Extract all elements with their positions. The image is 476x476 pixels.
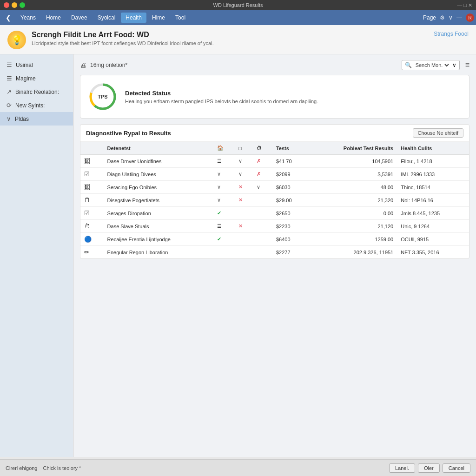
row-tests: $41 70 [272,155,308,168]
table-row: 🗒 Disegstive Pogertiatets ∨ ✕ $29.00 21,… [80,194,469,207]
menu-item-hime[interactable]: Hime [147,13,170,23]
sidebar-icon-pldas: ∨ [7,115,11,122]
row-health: Thinc, 18514 [397,181,469,194]
sidebar-item-binalrc[interactable]: ↗ Binalrc Reolation: [0,85,73,99]
sidebar-label-pldas: Pldas [15,116,29,122]
sidebar: ☰ Usimal ☰ Magime ↗ Binalrc Reolation: ⟳… [0,54,73,457]
row-c3 [253,233,272,246]
row-c2: ∨ [235,155,253,168]
row-c3: ✗ [253,155,272,168]
row-tests: $29.00 [272,194,308,207]
diagnostic-table-section: Diagnostlive Rypal to Results Chouse Ne … [80,124,469,259]
sidebar-item-pldas[interactable]: ∨ Pldas [0,112,73,126]
menu-item-home[interactable]: Home [41,13,66,23]
row-icon: 🖼 [80,155,104,168]
row-c2: ✕ [235,181,253,194]
menu-item-yeans[interactable]: Yeans [16,13,40,23]
status-title: Detected Status [125,90,318,97]
menu-dots-icon[interactable]: ≡ [465,61,469,69]
row-c1: ✔ [213,233,235,246]
maximize-button[interactable] [20,2,25,8]
menu-item-tool[interactable]: Tool [171,13,190,23]
status-card: TPS Detected Status Healing you erfoarn … [80,75,469,119]
status-bar: Clrerl ehigong Chick is teolory * Lanel.… [0,459,476,476]
sidebar-label-binalrc: Binalrc Reolation: [15,89,59,95]
col-results: Pobleat Test Results [308,142,397,155]
status-text-1: Clrerl ehigong [6,465,37,471]
sidebar-icon-new-sylnts: ⟳ [7,102,12,109]
row-icon: 🗒 [80,194,104,207]
search-icon: 🔍 [405,62,412,68]
minimize-icon[interactable]: — [456,14,462,21]
row-c3 [253,246,272,259]
oler-button[interactable]: Oler [418,463,440,473]
table-action-button[interactable]: Chouse Ne ehiteif [413,128,463,138]
row-results: 21,320 [308,194,397,207]
table-row: ✏ Enegular Regon Liboration $2277 202.9,… [80,246,469,259]
menu-item-davee[interactable]: Davee [66,13,92,23]
row-c2 [235,246,253,259]
row-icon: ☑ [80,207,104,220]
menu-item-syoical[interactable]: Syoical [93,13,120,23]
row-health: Unic, 9 1264 [397,220,469,233]
row-c2: ✕ [235,220,253,233]
table-row: ☑ Serages Diropation ✔ $2650 0.00 Jmls 8… [80,207,469,220]
row-c1: ☰ [213,155,235,168]
sidebar-item-usimal[interactable]: ☰ Usimal [0,58,73,72]
row-health: Ellou;, 1.4218 [397,155,469,168]
row-c1: ∨ [213,168,235,181]
row-name: Enegular Regon Liboration [104,246,213,259]
chevron-icon[interactable]: ∨ [449,14,453,21]
cancel-button[interactable]: Cancel [443,463,470,473]
status-text-2: Chick is teolory * [43,465,81,471]
row-c2 [235,233,253,246]
row-c1 [213,246,235,259]
table-title: Diagnostlive Rypal to Results [86,130,171,137]
close-button[interactable] [4,2,9,8]
main-layout: ☰ Usimal ☰ Magime ↗ Binalrc Reolation: ⟳… [0,54,476,457]
col-c1: 🏠 [213,142,235,155]
menu-bar: ❮ Yeans Home Davee Syoical Health Hime T… [0,10,476,25]
table-row: 🖼 Seracing Ego Onibles ∨ ✕ ∨ $6030 48.00… [80,181,469,194]
row-name: Disegstive Pogertiatets [104,194,213,207]
status-text: Detected Status Healing you erfoarn ster… [125,90,318,104]
row-c3 [253,194,272,207]
page-label: Page [423,14,436,21]
header-text: Screngh Fildit Lne Arrt Food: WD Licridp… [32,31,214,46]
row-health: NFT 3.355, 2016 [397,246,469,259]
row-c3: ✗ [253,168,272,181]
toolbar: 🖨 16mg onletion* 🔍 Sench Mon. ∨ ≡ [80,60,469,70]
status-bar-buttons: Lanel. Oler Cancel [389,463,470,473]
user-badge: R [466,13,474,22]
menu-back-button[interactable]: ❮ [2,12,15,23]
minimize-button[interactable] [12,2,17,8]
row-tests: $6030 [272,181,308,194]
row-health: Nol: 14P16,16 [397,194,469,207]
row-tests: $2230 [272,220,308,233]
tps-gauge: TPS [88,82,118,112]
col-tests: Tests [272,142,308,155]
row-name: Dase Drnver Uonidfines [104,155,213,168]
row-tests: $6400 [272,233,308,246]
col-c2: □ [235,142,253,155]
row-results: 1259.00 [308,233,397,246]
row-c3 [253,220,272,233]
row-results: 0.00 [308,207,397,220]
search-select[interactable]: Sench Mon. [414,62,450,68]
lanel-button[interactable]: Lanel. [389,463,415,473]
row-results: $,5391 [308,168,397,181]
col-health: Health Culits [397,142,469,155]
sidebar-icon-magime: ☰ [7,75,12,82]
search-chevron-icon[interactable]: ∨ [452,62,456,68]
sidebar-item-magime[interactable]: ☰ Magime [0,72,73,85]
sidebar-item-new-sylnts[interactable]: ⟳ New Sylnts: [0,99,73,112]
settings-icon[interactable]: ⚙ [440,14,445,21]
header-link[interactable]: Strangs Foool [434,31,469,37]
row-name: Seracing Ego Onibles [104,181,213,194]
row-icon: ⏱ [80,220,104,233]
status-bar-left: Clrerl ehigong Chick is teolory * [6,465,385,471]
row-c3: ∨ [253,181,272,194]
menu-item-health[interactable]: Health [121,13,146,23]
row-tests: $2099 [272,168,308,181]
toolbar-print-icon: 🖨 [80,61,86,69]
